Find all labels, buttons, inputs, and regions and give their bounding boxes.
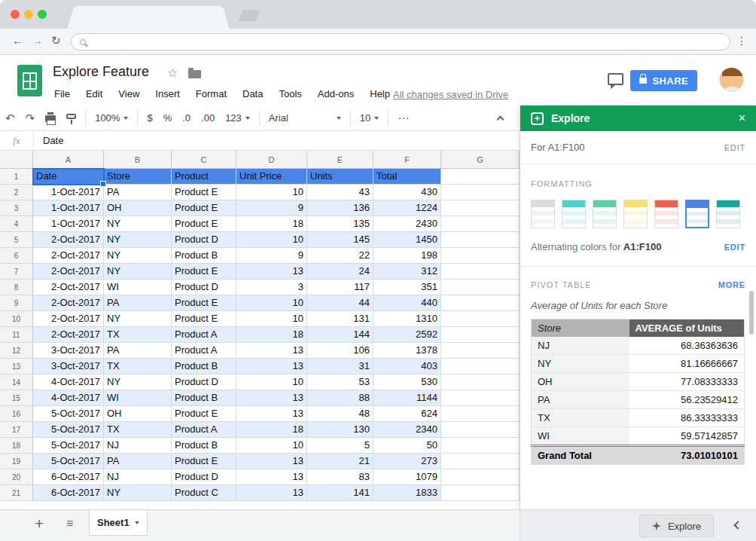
cell-E10[interactable]: 131 [307,311,373,327]
cell-B3[interactable]: OH [104,200,172,216]
cell-F12[interactable]: 1378 [373,343,441,359]
cell-F15[interactable]: 1144 [373,390,441,406]
cell-D14[interactable]: 10 [236,374,307,390]
browser-tab[interactable] [77,6,220,29]
cell-F11[interactable]: 2592 [373,327,441,343]
cell-E17[interactable]: 130 [307,422,373,438]
zoom-select[interactable]: 100% [95,112,128,124]
cell-A8[interactable]: 2-Oct-2017 [33,280,104,295]
cell-B1[interactable]: Store [104,169,172,185]
cell-A11[interactable]: 2-Oct-2017 [33,327,104,343]
cell-D1[interactable]: Unit Price [236,169,307,185]
cell-G12[interactable] [441,343,520,359]
cell-D10[interactable]: 10 [236,311,307,327]
cell-E5[interactable]: 145 [307,232,373,248]
cell-E1[interactable]: Units [307,169,373,185]
cell-A4[interactable]: 1-Oct-2017 [33,216,104,232]
row-header-8[interactable]: 8 [0,280,33,295]
redo-icon[interactable]: ↷ [26,112,35,125]
cell-F5[interactable]: 1450 [373,232,441,248]
cell-A9[interactable]: 2-Oct-2017 [33,295,104,311]
cell-C1[interactable]: Product [172,169,236,185]
menu-file[interactable]: File [54,88,70,99]
cell-A21[interactable]: 6-Oct-2017 [33,485,104,501]
edit-range-link[interactable]: EDIT [724,143,745,152]
cell-G10[interactable] [441,311,520,327]
cell-G17[interactable] [441,422,520,438]
cell-E2[interactable]: 43 [307,185,373,200]
cell-E19[interactable]: 21 [307,454,373,469]
cell-D12[interactable]: 13 [236,343,307,359]
comments-icon[interactable] [608,73,623,85]
cell-F20[interactable]: 1079 [373,469,441,485]
menu-tools[interactable]: Tools [279,88,301,99]
cell-B12[interactable]: PA [104,343,172,359]
row-header-3[interactable]: 3 [0,200,33,216]
cell-E16[interactable]: 48 [307,406,373,422]
cell-A3[interactable]: 1-Oct-2017 [33,200,104,216]
row-header-13[interactable]: 13 [0,359,33,374]
row-header-18[interactable]: 18 [0,438,33,454]
new-tab-button[interactable] [238,10,261,21]
cell-F14[interactable]: 530 [373,374,441,390]
cell-E8[interactable]: 117 [307,280,373,295]
cell-E3[interactable]: 136 [307,200,373,216]
column-header-G[interactable]: G [441,151,520,169]
cell-F2[interactable]: 430 [373,185,441,200]
cell-G15[interactable] [441,390,520,406]
cell-A14[interactable]: 4-Oct-2017 [33,374,104,390]
row-header-17[interactable]: 17 [0,422,33,438]
cell-G9[interactable] [441,295,520,311]
cell-B20[interactable]: NJ [104,469,172,485]
more-link[interactable]: MORE [718,280,745,289]
cell-D2[interactable]: 10 [236,185,307,200]
cell-A17[interactable]: 5-Oct-2017 [33,422,104,438]
format-percent-button[interactable]: % [163,112,172,124]
column-header-B[interactable]: B [104,151,172,169]
font-size-select[interactable]: 10 [360,112,379,124]
decrease-decimal-button[interactable]: .0 [182,112,191,124]
color-scheme-swatch-yellow[interactable] [623,200,648,228]
cell-F19[interactable]: 273 [373,454,441,469]
print-icon[interactable] [45,114,56,122]
close-window-button[interactable] [11,10,20,19]
cell-A12[interactable]: 3-Oct-2017 [33,343,104,359]
cell-C5[interactable]: Product D [172,232,236,248]
row-header-2[interactable]: 2 [0,185,33,200]
cell-F8[interactable]: 351 [373,280,441,295]
save-status-link[interactable]: All changes saved in Drive [393,89,508,100]
cell-D9[interactable]: 10 [236,295,307,311]
cell-B18[interactable]: NJ [104,438,172,454]
font-select[interactable]: Arial [269,112,341,124]
cell-E13[interactable]: 31 [307,359,373,374]
row-header-14[interactable]: 14 [0,374,33,390]
cell-D20[interactable]: 13 [236,469,307,485]
cell-B5[interactable]: NY [104,232,172,248]
folder-icon[interactable] [188,70,201,78]
cell-B2[interactable]: PA [104,185,172,200]
cell-E12[interactable]: 106 [307,343,373,359]
paint-format-icon[interactable] [66,117,76,119]
cell-C7[interactable]: Product E [172,264,236,280]
cell-A6[interactable]: 2-Oct-2017 [33,248,104,264]
cell-A20[interactable]: 6-Oct-2017 [33,469,104,485]
cell-B21[interactable]: NY [104,485,172,501]
cell-D18[interactable]: 10 [236,438,307,454]
menu-edit[interactable]: Edit [86,88,102,99]
cell-F1[interactable]: Total [373,169,441,185]
cell-C21[interactable]: Product C [172,485,236,501]
cell-G21[interactable] [441,485,520,501]
cell-C16[interactable]: Product E [172,406,236,422]
cell-A18[interactable]: 5-Oct-2017 [33,438,104,454]
row-header-20[interactable]: 20 [0,469,33,485]
cell-C8[interactable]: Product D [172,280,236,295]
cell-C15[interactable]: Product B [172,390,236,406]
cell-A13[interactable]: 3-Oct-2017 [33,359,104,374]
row-header-12[interactable]: 12 [0,343,33,359]
cell-C4[interactable]: Product E [172,216,236,232]
row-header-10[interactable]: 10 [0,311,33,327]
cell-C14[interactable]: Product D [172,374,236,390]
cell-D4[interactable]: 18 [236,216,307,232]
cell-B14[interactable]: NY [104,374,172,390]
cell-G19[interactable] [441,454,520,469]
